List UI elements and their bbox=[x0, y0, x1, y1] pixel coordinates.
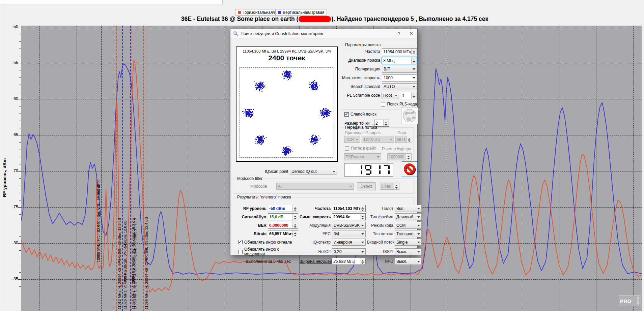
constellation-dot bbox=[285, 150, 286, 150]
h-gridline bbox=[21, 27, 642, 27]
constellation-dot bbox=[287, 71, 288, 72]
constellation-dot bbox=[284, 76, 285, 76]
snr-spinner[interactable]: 15,6 dB bbox=[268, 213, 298, 220]
npd-select[interactable]: Выкл. bbox=[395, 258, 422, 265]
ber-spinner[interactable]: 0,0000000 bbox=[268, 222, 298, 229]
constellation-dot bbox=[265, 85, 265, 85]
iq-spectrum-select[interactable]: Инверсия bbox=[332, 239, 366, 246]
scan-title-suffix: ). Найдено транспондеров 5 , Выполнено з… bbox=[331, 15, 488, 22]
constellation-dot bbox=[256, 85, 257, 85]
spinner-arrows[interactable] bbox=[360, 214, 365, 220]
dialog-titlebar[interactable]: Поиск несущей и Constellation-мониторинг… bbox=[230, 29, 417, 38]
rolloff-select[interactable]: 0.20 bbox=[332, 248, 366, 255]
polarization-select[interactable]: В/П bbox=[382, 66, 417, 73]
spinner-arrows[interactable] bbox=[292, 214, 298, 220]
symbolrate-result-spinner[interactable]: 29994 Кс bbox=[332, 213, 366, 220]
constellation-dot bbox=[251, 112, 252, 113]
constellation-dot bbox=[316, 137, 317, 138]
carrier-width-label[interactable]: Ширина несущей bbox=[300, 259, 331, 264]
constellation-dot bbox=[242, 111, 243, 112]
checkbox-box[interactable] bbox=[238, 250, 243, 254]
spinner-arrows[interactable] bbox=[360, 258, 365, 265]
constellation-dot bbox=[260, 138, 260, 138]
search-standard-select[interactable]: AUTO bbox=[382, 83, 417, 90]
constellation-dot bbox=[328, 115, 329, 116]
constellation-dot bbox=[317, 89, 317, 90]
spinner-arrows[interactable] bbox=[411, 49, 417, 55]
constellation-dot bbox=[261, 87, 262, 88]
help-button[interactable]: ? bbox=[393, 29, 405, 38]
pls-search-checkbox[interactable]: Поиск PLS-кода bbox=[381, 102, 417, 106]
constellation-dot bbox=[258, 87, 259, 88]
constellation-dot bbox=[289, 72, 290, 72]
constellation-dot bbox=[292, 152, 292, 152]
issyi-label: ISSYI bbox=[367, 249, 393, 254]
constellation-dot bbox=[329, 114, 330, 114]
transponder-marker-11012[interactable] bbox=[116, 26, 117, 311]
detect-interval-spinner: 3 сек bbox=[380, 183, 399, 190]
constellation-dot bbox=[313, 89, 314, 90]
checkbox-box[interactable] bbox=[344, 112, 349, 117]
pl-scramble-value-spinner[interactable]: 1 bbox=[401, 92, 417, 99]
code-mode-select[interactable]: CCM bbox=[395, 222, 422, 229]
modcode-select: All bbox=[276, 183, 354, 190]
modulation-select[interactable]: DVB-S2/8PSK bbox=[332, 222, 366, 229]
frequency-spinner[interactable]: 11054,000 МГц bbox=[382, 48, 417, 55]
carrier-width-spinner[interactable]: 35,993 МГц bbox=[332, 258, 366, 265]
constellation-dot bbox=[264, 86, 265, 87]
fec-select[interactable]: 3/4 bbox=[332, 230, 366, 237]
y-tick-major bbox=[18, 207, 21, 208]
bitrate-spinner[interactable]: 66,857 Мбит bbox=[268, 230, 298, 237]
blind-search-label: Слепой поиск bbox=[351, 112, 376, 117]
search-range-spinner[interactable]: 3 МГц bbox=[382, 57, 417, 64]
iqscan-select[interactable]: Demod IQ out bbox=[290, 168, 337, 175]
constellation-dot bbox=[322, 114, 323, 115]
legend-vertical-right[interactable]: Вертикальная/Правая bbox=[275, 9, 327, 15]
transponder-marker-11054[interactable] bbox=[130, 26, 131, 311]
constellation-dot bbox=[312, 86, 313, 86]
checkbox-box[interactable] bbox=[238, 240, 243, 244]
constellation-dot bbox=[245, 112, 245, 113]
constellation-dot bbox=[260, 83, 261, 83]
frame-type-select[interactable]: Длинный bbox=[395, 213, 422, 220]
spinner-arrows[interactable] bbox=[360, 205, 365, 212]
logo-pro-text: PRO bbox=[620, 298, 632, 304]
constellation-dot bbox=[250, 117, 251, 118]
transponder-marker-11096[interactable] bbox=[143, 26, 144, 311]
update-modulation-info-checkbox[interactable]: Обновлять инфо о модуляции bbox=[238, 247, 298, 256]
min-symbolrate-combo[interactable]: 1000 bbox=[382, 74, 417, 82]
constellation-dot bbox=[319, 139, 319, 139]
spinner-arrows[interactable] bbox=[411, 92, 417, 99]
constellation-dot bbox=[258, 84, 259, 84]
cursor-marker-line[interactable] bbox=[101, 26, 102, 311]
spinner-arrows[interactable] bbox=[292, 230, 298, 237]
constellation-dot bbox=[326, 112, 327, 113]
constellation-dot bbox=[243, 113, 244, 114]
constellation-dot bbox=[256, 143, 256, 144]
input-stream-select[interactable]: Single bbox=[395, 239, 422, 246]
issyi-select[interactable]: Выкл. bbox=[395, 248, 422, 255]
constellation-dot bbox=[329, 111, 330, 112]
pl-scramble-mode-select[interactable]: Root bbox=[382, 92, 399, 99]
stop-button[interactable] bbox=[402, 161, 417, 177]
frequency-result-spinner[interactable]: 11054,103 МГц bbox=[332, 205, 366, 212]
constellation-dot bbox=[260, 85, 261, 86]
pilot-select[interactable]: Вкл. bbox=[395, 205, 422, 212]
spinner-arrows[interactable] bbox=[292, 205, 298, 212]
blind-search-checkbox[interactable]: Слепой поиск bbox=[344, 112, 376, 117]
pls-search-label: Поиск PLS-кода bbox=[387, 102, 417, 106]
update-signal-info-checkbox[interactable]: Обновлять инфо сигнале bbox=[238, 240, 298, 245]
checkbox-box[interactable] bbox=[381, 102, 385, 106]
rf-level-spinner[interactable]: -50 dBm bbox=[268, 205, 298, 212]
min-symbolrate-label: Мин. симв. скорость bbox=[342, 75, 380, 80]
y-tick-minor bbox=[19, 142, 21, 143]
spinner-arrows[interactable] bbox=[292, 222, 298, 228]
spinner-arrows[interactable] bbox=[411, 57, 417, 64]
iq-spectrum-label: IQ-спектр bbox=[300, 240, 331, 245]
constellation-dot bbox=[314, 86, 314, 87]
stream-type-select[interactable]: Transport bbox=[395, 230, 422, 237]
detect-button[interactable]: Detect bbox=[357, 182, 376, 190]
close-button[interactable]: ✕ bbox=[405, 29, 417, 38]
transponder-marker-11026[interactable] bbox=[122, 26, 123, 311]
constellation-dot bbox=[328, 112, 329, 113]
